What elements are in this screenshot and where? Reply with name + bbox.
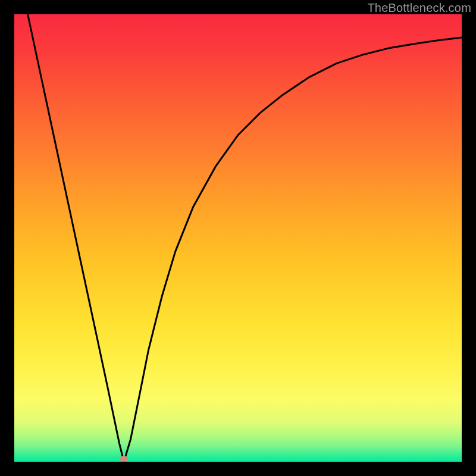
curve-path [28,14,462,462]
plot-area [14,14,462,462]
optimal-point-marker [120,456,128,462]
bottleneck-curve [14,14,462,462]
chart-frame: TheBottleneck.com [0,0,476,476]
watermark-text: TheBottleneck.com [367,1,471,15]
